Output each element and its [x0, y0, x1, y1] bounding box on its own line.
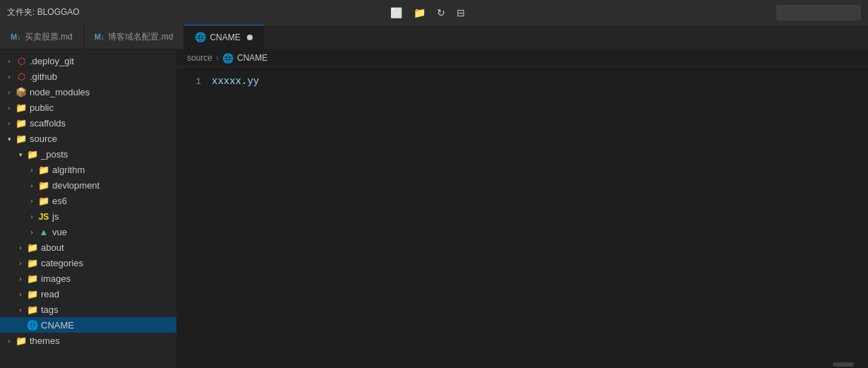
tree-arrow: › — [4, 73, 15, 81]
tree-label: scaffolds — [30, 118, 66, 129]
tree-arrow: › — [15, 244, 26, 251]
tree-folder-icon: 📁 — [37, 196, 50, 206]
editor-scrollbar[interactable] — [176, 361, 868, 368]
tree-folder-icon: 📁 — [37, 165, 50, 175]
tree-folder-icon: 🌐 — [26, 320, 39, 331]
tree-label: about — [41, 242, 64, 253]
tree-label: public — [30, 102, 54, 113]
md-icon-2: M↓ — [95, 32, 105, 41]
refresh-icon[interactable]: ↻ — [434, 6, 448, 20]
tree-item-cname[interactable]: › 🌐 CNAME — [0, 317, 176, 333]
tree-folder-icon: 📁 — [26, 273, 39, 284]
tree-arrow: › — [4, 57, 15, 65]
tab-cname[interactable]: 🌐 CNAME — [184, 25, 263, 49]
tree-item-devlopment[interactable]: › 📁 devlopment — [0, 177, 176, 193]
tree-label: images — [41, 273, 71, 284]
tree-item-js[interactable]: › JS js — [0, 208, 176, 224]
search-bar[interactable] — [776, 5, 861, 20]
tree-arrow: › — [26, 228, 37, 236]
tree-arrow: › — [26, 197, 37, 205]
tree-item-source[interactable]: ▾ 📁 source — [0, 131, 176, 146]
breadcrumb-sep-1: › — [216, 53, 219, 63]
tree-folder-icon: 📁 — [15, 133, 28, 144]
tree-item-public[interactable]: › 📁 public — [0, 100, 176, 115]
tree-item-about[interactable]: › 📁 about — [0, 239, 176, 255]
tree-arrow: › — [4, 119, 15, 127]
tree-label: devlopment — [52, 180, 100, 191]
breadcrumb-cname: CNAME — [237, 53, 267, 63]
tree-label: js — [52, 211, 59, 222]
tree-folder-icon: 📁 — [37, 180, 50, 191]
new-file-icon[interactable]: ⬜ — [387, 6, 405, 20]
tree-label: vue — [52, 227, 67, 237]
tree-item-vue[interactable]: › ▲ vue — [0, 224, 176, 239]
tree-folder-icon: 📁 — [26, 242, 39, 253]
tree-label: algrithm — [52, 165, 85, 175]
tree-arrow: › — [26, 166, 37, 174]
tree-arrow: › — [15, 306, 26, 314]
tree-item-tags[interactable]: › 📁 tags — [0, 302, 176, 317]
tab-label-3: CNAME — [210, 32, 240, 42]
tree-item-categories[interactable]: › 📁 categories — [0, 255, 176, 271]
code-editor[interactable]: 1 xxxxx.yy — [176, 67, 868, 361]
tree-arrow: › — [4, 337, 15, 345]
tree-folder-icon: 📁 — [15, 336, 28, 346]
breadcrumb-globe-icon: 🌐 — [222, 53, 234, 64]
tree-label: _posts — [41, 149, 68, 160]
tree-arrow: › — [15, 321, 26, 329]
tab-bar: M↓ 买卖股票.md M↓ 博客域名配置.md 🌐 CNAME — [0, 25, 868, 49]
tab-bokedomain[interactable]: M↓ 博客域名配置.md — [84, 25, 185, 49]
globe-icon-tab: 🌐 — [195, 32, 206, 42]
tree-label: source — [30, 133, 57, 144]
tree-label: categories — [41, 258, 83, 268]
tree-label: node_modules — [30, 87, 90, 97]
tree-folder-icon: 📁 — [15, 118, 28, 129]
tab-label-2: 博客域名配置.md — [108, 31, 173, 43]
code-line: 1 xxxxx.yy — [176, 74, 868, 88]
tree-arrow: › — [15, 290, 26, 298]
tree-item-algrithm[interactable]: › 📁 algrithm — [0, 162, 176, 177]
tree-label: .github — [30, 71, 57, 82]
new-folder-icon[interactable]: 📁 — [411, 6, 428, 20]
tree-arrow: › — [26, 213, 37, 220]
tree-item-node_modules[interactable]: › 📦 node_modules — [0, 84, 176, 100]
tree-folder-icon: 📁 — [15, 102, 28, 113]
tree-arrow: ▾ — [15, 150, 26, 158]
tab-maigupiao[interactable]: M↓ 买卖股票.md — [0, 25, 84, 49]
tree-item-images[interactable]: › 📁 images — [0, 271, 176, 286]
tree-label: .deploy_git — [30, 56, 74, 66]
main-area: › ⬡ .deploy_git › ⬡ .github › 📦 node_mod… — [0, 49, 868, 368]
tree-arrow: › — [4, 104, 15, 112]
tree-folder-icon: 📦 — [15, 87, 28, 97]
tab-label-1: 买卖股票.md — [25, 31, 73, 43]
editor-area: source › 🌐 CNAME 1 xxxxx.yy — [176, 49, 868, 368]
tree-item-read[interactable]: › 📁 read — [0, 286, 176, 302]
tree-label: CNAME — [41, 320, 74, 331]
tree-arrow: › — [26, 182, 37, 189]
breadcrumb: source › 🌐 CNAME — [176, 49, 868, 67]
tree-folder-icon: 📁 — [26, 149, 39, 160]
tree-arrow: › — [4, 88, 15, 96]
tree-item-_github[interactable]: › ⬡ .github — [0, 69, 176, 84]
tree-item-_deploy_git[interactable]: › ⬡ .deploy_git — [0, 53, 176, 69]
tree-label: themes — [30, 336, 60, 346]
tree-folder-icon: 📁 — [26, 304, 39, 315]
tree-folder-icon: ▲ — [37, 227, 50, 237]
tree-folder-icon: JS — [37, 211, 50, 222]
tree-arrow: › — [15, 259, 26, 267]
tree-folder-icon: 📁 — [26, 258, 39, 268]
line-content: xxxxx.yy — [212, 76, 259, 87]
scrollbar-thumb[interactable] — [833, 362, 854, 367]
top-bar: 文件夹: BLOGGAO ⬜ 📁 ↻ ⊟ — [0, 0, 868, 25]
tree-arrow: › — [15, 275, 26, 283]
tree-label: tags — [41, 304, 59, 315]
tree-folder-icon: 📁 — [26, 289, 39, 299]
explorer-title: 文件夹: BLOGGAO — [7, 6, 80, 18]
tree-item-scaffolds[interactable]: › 📁 scaffolds — [0, 115, 176, 131]
tree-folder-icon: ⬡ — [15, 56, 28, 66]
md-icon-1: M↓ — [11, 32, 21, 41]
tree-item-themes[interactable]: › 📁 themes — [0, 333, 176, 348]
tree-item-_posts[interactable]: ▾ 📁 _posts — [0, 146, 176, 162]
collapse-icon[interactable]: ⊟ — [454, 6, 468, 20]
tree-item-es6[interactable]: › 📁 es6 — [0, 193, 176, 208]
